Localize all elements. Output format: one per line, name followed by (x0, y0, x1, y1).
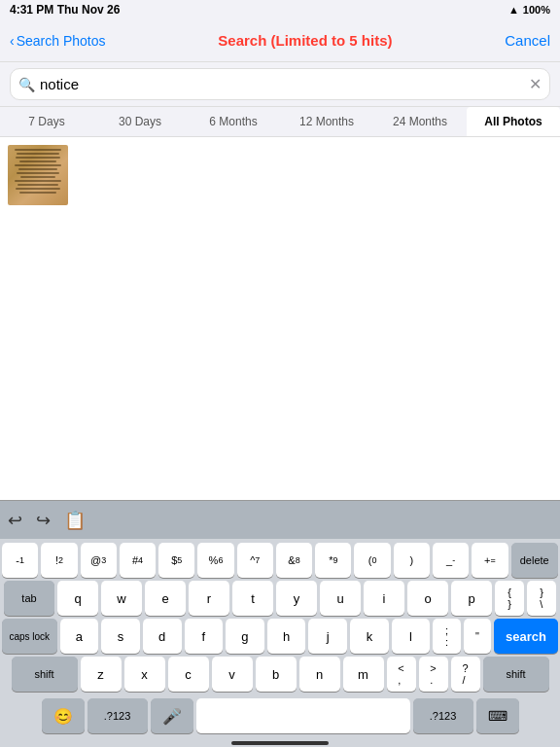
key-k[interactable]: k (350, 619, 389, 654)
filter-tabs: 7 Days 30 Days 6 Months 12 Months 24 Mon… (0, 107, 560, 137)
search-bar-container: 🔍 notice ✕ (0, 62, 560, 107)
key-hash[interactable]: #4 (120, 543, 156, 578)
tab-key[interactable]: tab (4, 581, 54, 616)
key-h[interactable]: h (267, 619, 306, 654)
key-s[interactable]: s (101, 619, 140, 654)
back-button[interactable]: ‹ Search Photos (10, 33, 106, 49)
key-amp[interactable]: &8 (276, 543, 312, 578)
home-indicator (0, 737, 560, 747)
key-a[interactable]: a (60, 619, 99, 654)
key-minus[interactable]: -1 (2, 543, 38, 578)
key-f[interactable]: f (185, 619, 224, 654)
key-d[interactable]: d (143, 619, 182, 654)
num-row: -1 !2 @3 #4 $5 %6 ^7 &8 *9 (0 ) _- += de… (2, 543, 558, 578)
filter-tab-12months[interactable]: 12 Months (280, 107, 373, 136)
paste-icon[interactable]: 📋 (64, 510, 86, 531)
search-key[interactable]: search (494, 619, 558, 654)
key-i[interactable]: i (364, 581, 404, 616)
nav-bar: ‹ Search Photos Search (Limited to 5 hit… (0, 19, 560, 62)
key-r[interactable]: r (189, 581, 229, 616)
clear-search-button[interactable]: ✕ (529, 75, 542, 93)
status-indicators: ▲ 100% (508, 4, 550, 16)
key-g[interactable]: g (226, 619, 264, 654)
keyboard-rows: -1 !2 @3 #4 $5 %6 ^7 &8 *9 (0 ) _- += de… (0, 539, 560, 696)
key-dollar[interactable]: $5 (158, 543, 194, 578)
key-at[interactable]: @3 (81, 543, 117, 578)
keyboard-toolbar: ↩ ↪ 📋 (0, 500, 560, 539)
key-q[interactable]: q (57, 581, 98, 616)
delete-key[interactable]: delete (511, 543, 558, 578)
status-bar: 4:31 PM Thu Nov 26 ▲ 100% (0, 0, 560, 19)
chevron-left-icon: ‹ (10, 33, 15, 49)
bottom-row: 😊 .?123 🎤 .?123 ⌨ (0, 696, 560, 737)
key-greater[interactable]: >. (419, 657, 448, 692)
key-m[interactable]: m (343, 657, 384, 692)
key-e[interactable]: e (145, 581, 186, 616)
cancel-button[interactable]: Cancel (505, 32, 550, 49)
photo-thumbnail[interactable] (8, 145, 68, 205)
battery-icon: 100% (523, 4, 550, 16)
zxcv-row: shift z x c v b n m <, >. ?/ shift (2, 657, 558, 692)
search-icon: 🔍 (18, 77, 35, 92)
key-lbrace[interactable]: {} (495, 581, 524, 616)
wifi-icon: ▲ (508, 4, 519, 16)
key-underscore[interactable]: _- (433, 543, 469, 578)
photos-area (0, 137, 560, 390)
key-n[interactable]: n (299, 657, 340, 692)
key-quote[interactable]: " (464, 619, 491, 654)
keyboard: ↩ ↪ 📋 -1 !2 @3 #4 $5 %6 ^7 &8 *9 (0 ) _-… (0, 500, 560, 747)
key-v[interactable]: v (212, 657, 253, 692)
key-p[interactable]: p (451, 581, 492, 616)
key-plus[interactable]: += (472, 543, 508, 578)
asdf-row: caps lock a s d f g h j k l ;: " search (2, 619, 558, 654)
mic-key[interactable]: 🎤 (151, 698, 193, 733)
num-switch-right[interactable]: .?123 (413, 698, 473, 733)
key-semicolon[interactable]: ;: (433, 619, 460, 654)
key-t[interactable]: t (232, 581, 273, 616)
emoji-key[interactable]: 😊 (42, 698, 85, 733)
key-y[interactable]: y (276, 581, 317, 616)
key-pipe[interactable]: }\ (527, 581, 556, 616)
undo-icon[interactable]: ↩ (8, 510, 22, 531)
key-lparen[interactable]: (0 (354, 543, 390, 578)
key-caret[interactable]: ^7 (237, 543, 273, 578)
key-rparen[interactable]: ) (394, 543, 430, 578)
space-key[interactable] (196, 698, 410, 733)
page-title: Search (Limited to 5 hits) (218, 32, 392, 49)
search-input[interactable]: notice (40, 76, 529, 92)
caps-lock-key[interactable]: caps lock (2, 619, 57, 654)
key-c[interactable]: c (168, 657, 209, 692)
key-exclaim[interactable]: !2 (41, 543, 77, 578)
filter-tab-24months[interactable]: 24 Months (373, 107, 467, 136)
status-time-date: 4:31 PM Thu Nov 26 (10, 3, 120, 17)
num-switch-left[interactable]: .?123 (88, 698, 148, 733)
key-percent[interactable]: %6 (197, 543, 233, 578)
filter-tab-6months[interactable]: 6 Months (187, 107, 280, 136)
keyboard-dismiss-key[interactable]: ⌨ (476, 698, 519, 733)
key-star[interactable]: *9 (315, 543, 351, 578)
key-o[interactable]: o (407, 581, 448, 616)
key-x[interactable]: x (124, 657, 165, 692)
shift-left-key[interactable]: shift (12, 657, 78, 692)
key-less[interactable]: <, (387, 657, 416, 692)
key-u[interactable]: u (320, 581, 361, 616)
key-question[interactable]: ?/ (451, 657, 480, 692)
filter-tab-allphotos[interactable]: All Photos (467, 107, 560, 136)
search-bar[interactable]: 🔍 notice ✕ (10, 68, 550, 100)
key-z[interactable]: z (81, 657, 122, 692)
filter-tab-7days[interactable]: 7 Days (0, 107, 93, 136)
redo-icon[interactable]: ↪ (36, 510, 51, 531)
key-l[interactable]: l (392, 619, 431, 654)
key-b[interactable]: b (256, 657, 297, 692)
key-w[interactable]: w (101, 581, 142, 616)
qwerty-row: tab q w e r t y u i o p {} }\ (2, 581, 558, 616)
shift-right-key[interactable]: shift (483, 657, 549, 692)
key-j[interactable]: j (308, 619, 347, 654)
home-bar (231, 741, 329, 745)
filter-tab-30days[interactable]: 30 Days (93, 107, 187, 136)
